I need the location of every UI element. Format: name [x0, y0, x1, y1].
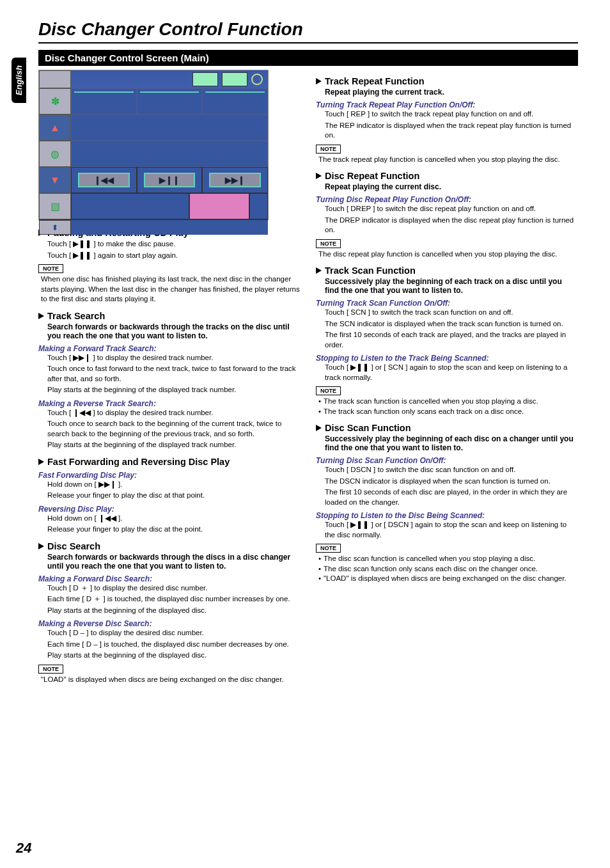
sub-heading: Making a Forward Track Search: [38, 344, 301, 353]
sub-heading: Turning Disc Scan Function On/Off: [316, 456, 578, 465]
note-label: NOTE [38, 665, 63, 674]
heading-text: Track Repeat Function [325, 76, 425, 86]
sub-heading: Making a Forward Disc Search: [38, 574, 301, 583]
note-text: The track repeat play function is cancel… [318, 155, 578, 165]
intro-text: Repeat playing the current track. [325, 88, 578, 97]
triangle-icon [38, 459, 44, 465]
heading-text: Disc Scan Function [325, 423, 411, 433]
bullet-text: The track scan function is cancelled whe… [324, 397, 538, 407]
note-label: NOTE [38, 264, 63, 273]
bullet-text: The disc scan function is cancelled when… [324, 554, 535, 564]
globe-icon: ◍ [39, 141, 71, 167]
disc-search-heading: Disc Search [38, 541, 301, 551]
play-pause-button[interactable]: ▶❙❙ [137, 167, 203, 193]
bullet-item: •"LOAD" is displayed when discs are bein… [318, 574, 578, 584]
sub-heading: Stopping to Listen to the Track Being Sc… [316, 354, 578, 363]
body-text: Touch [ ▶▶❙ ] to display the desired tra… [47, 353, 301, 363]
left-column: ✽ ▲ ◍ ▼ ▧ ❙◀◀ ▶❙❙ ▶▶❙ [38, 70, 301, 684]
body-text: The DSCN indicator is displayed when the… [325, 477, 578, 487]
intro-text: Successively play the beginning of each … [325, 277, 578, 295]
body-text: Touch [ ▶❚❚ ] to make the disc pause. [47, 239, 301, 249]
body-text: Play starts at the beginning of the disp… [47, 440, 301, 450]
bullet-text: "LOAD" is displayed when discs are being… [324, 574, 567, 584]
heading-text: Disc Search [47, 541, 100, 551]
body-text: Touch [ SCN ] to switch the track scan f… [325, 308, 578, 318]
sub-heading: Making a Reverse Disc Search: [38, 619, 301, 628]
right-column: Track Repeat Function Repeat playing the… [316, 70, 578, 684]
triangle-icon [38, 543, 44, 549]
sub-heading: Stopping to Listen to the Disc Being Sca… [316, 511, 578, 520]
body-text: Play starts at the beginning of the disp… [47, 385, 301, 395]
down-arrow-icon: ▼ [39, 167, 71, 193]
note-label: NOTE [316, 145, 341, 154]
body-text: The first 10 seconds of each track are p… [325, 330, 578, 350]
note-label: NOTE [316, 386, 341, 395]
body-text: Touch [ DSCN ] to switch the disc scan f… [325, 465, 578, 475]
body-text: The DREP indicator is displayed when the… [325, 216, 578, 235]
prev-track-button[interactable]: ❙◀◀ [71, 167, 137, 193]
triangle-icon [316, 173, 322, 179]
language-tab: English [12, 58, 26, 103]
body-text: Touch [ DREP ] to switch the disc repeat… [325, 204, 578, 214]
note-label: NOTE [316, 239, 341, 248]
intro-text: Search forwards or backwards through the… [47, 322, 301, 340]
body-text: Touch once to search back to the beginni… [47, 419, 301, 439]
ffrev-heading: Fast Forwarding and Reversing Disc Play [38, 457, 301, 467]
tree-icon: ✽ [39, 88, 71, 114]
body-text: Hold down on [ ▶▶❙ ]. [47, 480, 301, 490]
up-arrow-icon: ▲ [39, 114, 71, 141]
body-text: The first 10 seconds of each disc are pl… [325, 487, 578, 507]
sub-heading: Making a Reverse Track Search: [38, 399, 301, 408]
track-scan-heading: Track Scan Function [316, 265, 578, 276]
bullet-text: The disc scan function only scans each d… [324, 564, 538, 574]
body-text: Touch once to fast forward to the next t… [47, 364, 301, 384]
page-title: Disc Changer Control Function [38, 19, 578, 43]
heading-text: Fast Forwarding and Reversing Disc Play [47, 457, 230, 467]
note-text: "LOAD" is displayed when discs are being… [41, 675, 301, 685]
track-search-heading: Track Search [38, 311, 301, 321]
body-text: The SCN indicator is displayed when the … [325, 319, 578, 329]
ui-screenshot: ✽ ▲ ◍ ▼ ▧ ❙◀◀ ▶❙❙ ▶▶❙ [38, 70, 269, 220]
sub-heading: Reversing Disc Play: [38, 505, 301, 514]
heading-text: Track Search [47, 311, 105, 321]
bullet-item: •The disc scan function is cancelled whe… [318, 554, 578, 564]
bullet-item: •The track scan function is cancelled wh… [318, 397, 578, 407]
disc-scan-heading: Disc Scan Function [316, 423, 578, 433]
sub-heading: Turning Track Scan Function On/Off: [316, 299, 578, 308]
heading-text: Track Scan Function [325, 265, 416, 276]
body-text: The REP indicator is displayed when the … [325, 121, 578, 141]
body-text: Touch [ D ＋ ] to display the desired dis… [47, 583, 301, 594]
note-text: The disc repeat play function is cancell… [318, 249, 578, 260]
body-text: Play starts at the beginning of the disp… [47, 606, 301, 616]
body-text: Each time [ D ＋ ] is touched, the displa… [47, 594, 301, 604]
body-text: Release your finger to play the disc at … [47, 525, 301, 535]
triangle-icon [38, 313, 44, 319]
body-text: Release your finger to play the disc at … [47, 491, 301, 501]
disc-repeat-heading: Disc Repeat Function [316, 171, 578, 181]
bullet-item: •The track scan function only scans each… [318, 407, 578, 417]
intro-text: Search forwards or backwards through the… [47, 553, 301, 571]
section-heading: Disc Changer Control Screen (Main) [38, 50, 578, 66]
triangle-icon [316, 267, 322, 274]
body-text: Touch [ ❙◀◀ ] to display the desired tra… [47, 408, 301, 418]
body-text: Play starts at the beginning of the disp… [47, 651, 301, 661]
note-text: When one disc has finished playing its l… [41, 274, 301, 304]
resize-icon: ⬍ [39, 220, 71, 235]
next-track-button[interactable]: ▶▶❙ [202, 167, 268, 193]
body-text: Touch [ REP ] to switch the track repeat… [325, 109, 578, 120]
body-text: Touch [ ▶❚❚ ] or [ SCN ] again to stop t… [325, 363, 578, 383]
body-text: Touch [ D – ] to display the desired dis… [47, 628, 301, 638]
bullet-item: •The disc scan function only scans each … [318, 564, 578, 574]
sub-heading: Turning Track Repeat Play Function On/Of… [316, 100, 578, 109]
sub-heading: Fast Forwarding Disc Play: [38, 471, 301, 480]
triangle-icon [316, 78, 322, 84]
page-number: 24 [16, 840, 31, 856]
sub-heading: Turning Disc Repeat Play Function On/Off… [316, 195, 578, 204]
heading-text: Disc Repeat Function [325, 171, 419, 181]
note-label: NOTE [316, 544, 341, 553]
track-repeat-heading: Track Repeat Function [316, 76, 578, 86]
intro-text: Repeat playing the current disc. [325, 182, 578, 191]
bullet-text: The track scan function only scans each … [324, 407, 524, 417]
body-text: Touch [ ▶❚❚ ] or [ DSCN ] again to stop … [325, 520, 578, 540]
body-text: Each time [ D – ] is touched, the displa… [47, 640, 301, 650]
